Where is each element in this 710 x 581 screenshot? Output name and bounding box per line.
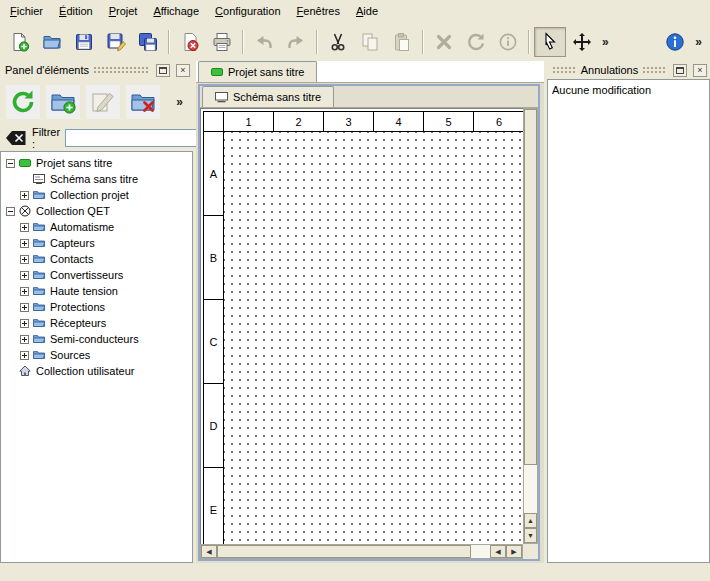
expand-expander-icon[interactable] [20, 351, 29, 360]
new-file-button[interactable] [4, 27, 36, 57]
tree-item-label: Schéma sans titre [50, 173, 138, 185]
undo-history-list[interactable]: Aucune modification [547, 79, 710, 563]
toolbar-overflow-chevron-right[interactable]: » [691, 35, 706, 49]
scroll-left-button[interactable]: ◀ [201, 545, 217, 558]
new-element-button[interactable] [46, 85, 80, 119]
paste-button[interactable] [386, 27, 418, 57]
expand-expander-icon[interactable] [20, 335, 29, 344]
expand-expander-icon[interactable] [20, 319, 29, 328]
horizontal-scroll-thumb[interactable] [217, 545, 471, 558]
scroll-right-button[interactable]: ▶ [506, 545, 522, 558]
float-panel-button[interactable] [156, 64, 170, 77]
expand-expander-icon[interactable] [20, 255, 29, 264]
collapse-expander-icon[interactable] [6, 159, 15, 168]
menu-aide[interactable]: Aide [348, 2, 386, 20]
reload-collections-button[interactable] [6, 85, 40, 119]
tree-item-contacts[interactable]: Contacts [1, 251, 192, 267]
tab-projet-sans-titre[interactable]: Projet sans titre [198, 61, 317, 82]
select-tool-button[interactable] [534, 27, 566, 57]
panel-toolbar-overflow-chevron[interactable]: » [172, 95, 187, 109]
menu-projet[interactable]: Projet [101, 2, 146, 20]
close-panel-button[interactable]: × [176, 64, 190, 77]
menu-fichier[interactable]: Fichier [2, 2, 51, 20]
tree-item-convertisseurs[interactable]: Convertisseurs [1, 267, 192, 283]
tree-item-automatisme[interactable]: Automatisme [1, 219, 192, 235]
cut-button[interactable] [322, 27, 354, 57]
select-cursor-icon [540, 32, 560, 52]
tree-item-schema-sans-titre[interactable]: Schéma sans titre [1, 171, 192, 187]
elements-tree: Projet sans titre Schéma sans titre Coll… [0, 151, 193, 563]
save-all-button[interactable] [132, 27, 164, 57]
redo-button[interactable] [280, 27, 312, 57]
vertical-scroll-track[interactable] [524, 109, 537, 513]
float-icon [159, 67, 167, 74]
menu-affichage[interactable]: Affichage [145, 2, 207, 20]
toolbar-separator [422, 30, 424, 54]
menu-fenetres[interactable]: Fenêtres [289, 2, 348, 20]
move-view-button[interactable] [566, 27, 598, 57]
folder-icon [33, 221, 45, 233]
diagram-grid-canvas[interactable] [224, 132, 523, 544]
tree-item-semi-conducteurs[interactable]: Semi-conducteurs [1, 331, 192, 347]
rotate-button[interactable] [460, 27, 492, 57]
paste-icon [392, 32, 412, 52]
float-panel-button[interactable] [673, 64, 687, 77]
vertical-scrollbar[interactable]: ▲ ▼ [523, 108, 538, 544]
tree-item-collection-utilisateur[interactable]: Collection utilisateur [1, 363, 192, 379]
collapse-expander-icon[interactable] [6, 207, 15, 216]
expand-expander-icon[interactable] [20, 271, 29, 280]
expand-expander-icon[interactable] [20, 191, 29, 200]
close-panel-button[interactable]: × [693, 64, 707, 77]
tree-item-collection-qet[interactable]: Collection QET [1, 203, 192, 219]
expand-expander-icon[interactable] [20, 287, 29, 296]
expand-expander-icon[interactable] [20, 239, 29, 248]
undo-button[interactable] [248, 27, 280, 57]
tab-schema-sans-titre[interactable]: Schéma sans titre [202, 86, 334, 107]
new-file-icon [10, 32, 30, 52]
tree-item-projet-sans-titre[interactable]: Projet sans titre [1, 155, 192, 171]
menu-configuration[interactable]: Configuration [207, 2, 288, 20]
scroll-left-button-2[interactable]: ◀ [490, 545, 506, 558]
move-arrows-icon [572, 32, 592, 52]
copy-button[interactable] [354, 27, 386, 57]
undo-panel-titlebar: Annulations × [547, 61, 710, 79]
schema-tab-bar: Schéma sans titre [200, 86, 538, 108]
folder-icon [33, 317, 45, 329]
workspace: Projet sans titre Schéma sans titre [196, 61, 544, 563]
print-button[interactable] [206, 27, 238, 57]
tree-item-protections[interactable]: Protections [1, 299, 192, 315]
horizontal-scrollbar[interactable]: ◀ ◀ ▶ [200, 544, 523, 559]
horizontal-scroll-track[interactable] [217, 545, 490, 558]
delete-element-button[interactable] [126, 85, 160, 119]
vertical-scroll-thumb[interactable] [524, 109, 537, 465]
scroll-down-button[interactable]: ▼ [524, 528, 537, 543]
tree-item-haute-tension[interactable]: Haute tension [1, 283, 192, 299]
about-button[interactable] [659, 27, 691, 57]
save-as-button[interactable] [100, 27, 132, 57]
tree-item-label: Projet sans titre [36, 157, 112, 169]
tree-item-sources[interactable]: Sources [1, 347, 192, 363]
row-ruler: A B C D E [204, 132, 224, 544]
expand-expander-icon[interactable] [20, 303, 29, 312]
tree-item-recepteurs[interactable]: Récepteurs [1, 315, 192, 331]
scroll-up-button[interactable]: ▲ [524, 513, 537, 528]
expand-expander-icon[interactable] [20, 223, 29, 232]
close-file-button[interactable] [174, 27, 206, 57]
diagram-icon [33, 173, 45, 185]
element-info-button[interactable] [492, 27, 524, 57]
menu-edition[interactable]: Édition [51, 2, 101, 20]
tree-item-capteurs[interactable]: Capteurs [1, 235, 192, 251]
folder-icon [33, 237, 45, 249]
clear-filter-button[interactable] [5, 129, 27, 147]
edit-element-button[interactable] [86, 85, 120, 119]
tree-item-collection-projet[interactable]: Collection projet [1, 187, 192, 203]
folder-icon [33, 349, 45, 361]
float-icon [676, 67, 684, 74]
element-info-icon [498, 32, 518, 52]
undo-icon [254, 32, 274, 52]
save-button[interactable] [68, 27, 100, 57]
delete-button[interactable] [428, 27, 460, 57]
open-project-button[interactable] [36, 27, 68, 57]
toolbar-overflow-chevron[interactable]: » [598, 35, 613, 49]
project-icon [19, 157, 31, 169]
